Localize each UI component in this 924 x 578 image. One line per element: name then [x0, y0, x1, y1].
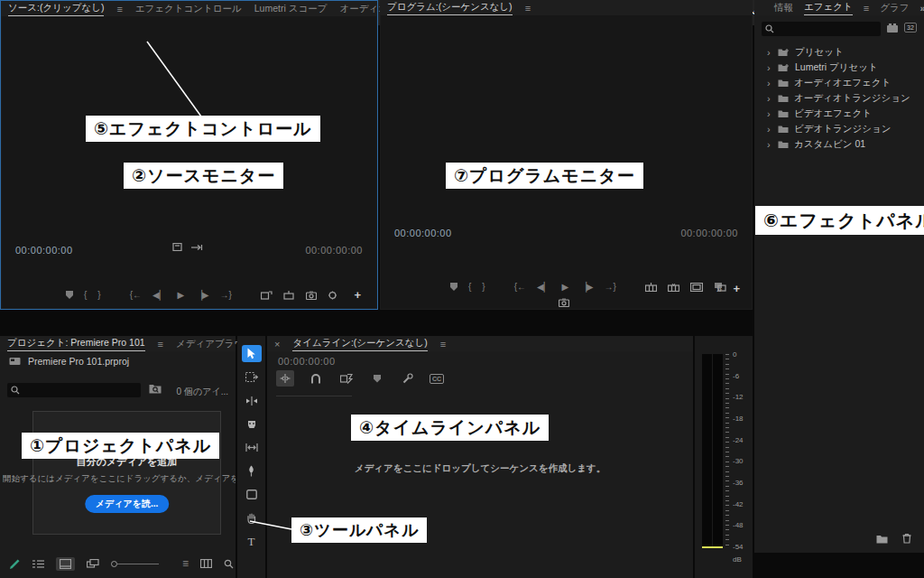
insert-icon[interactable] [261, 291, 273, 300]
slip-tool[interactable] [242, 439, 262, 456]
project-breadcrumb[interactable]: Premiere Pro 101.prproj [9, 356, 129, 367]
step-back-icon[interactable]: ◀▏ [152, 290, 166, 300]
ripple-edit-tool[interactable] [242, 392, 262, 409]
mark-out-icon[interactable]: } [482, 282, 485, 292]
play-icon[interactable]: ▶ [177, 290, 184, 300]
filmstrip-icon[interactable] [200, 559, 212, 568]
comparison-view-icon[interactable] [690, 283, 703, 292]
tab-graphics[interactable]: グラフ [880, 2, 909, 14]
goto-out-icon[interactable]: →} [220, 290, 232, 300]
transport-overflow-icon[interactable]: » [716, 284, 722, 294]
play-icon[interactable]: ▶ [561, 282, 568, 292]
overwrite-icon[interactable] [283, 291, 295, 300]
32bit-color-filter-icon[interactable]: 32 [904, 23, 917, 33]
tree-item-video-effects[interactable]: › ビデオエフェクト [754, 106, 924, 121]
add-marker-icon[interactable] [450, 283, 457, 291]
panel-menu-icon[interactable]: ≡ [525, 3, 531, 14]
panel-menu-icon[interactable]: ≡ [158, 339, 163, 350]
extract-icon[interactable] [668, 283, 679, 292]
tab-lumetri-scopes[interactable]: Lumetri スコープ [254, 3, 328, 15]
type-tool[interactable]: T [242, 533, 262, 550]
tree-item-audio-transitions[interactable]: › オーディオトランジション [754, 90, 924, 106]
add-marker-icon[interactable] [368, 370, 386, 387]
project-search-input[interactable] [7, 383, 141, 397]
mark-in-icon[interactable]: { [84, 290, 87, 300]
snap-icon[interactable] [276, 370, 294, 387]
chevron-right-icon[interactable]: › [767, 124, 772, 135]
step-forward-icon[interactable]: ▕▶ [579, 282, 593, 292]
magnet-icon[interactable] [307, 370, 325, 387]
tree-item-presets[interactable]: › プリセット [754, 44, 924, 60]
hand-tool[interactable] [242, 509, 262, 527]
source-settings-icon[interactable] [328, 291, 337, 300]
effects-search-input[interactable] [762, 22, 881, 36]
panel-menu-icon[interactable]: ≡ [440, 339, 446, 350]
new-custom-bin-icon[interactable] [876, 534, 888, 544]
captions-icon[interactable]: CC [430, 374, 444, 384]
timeline-drop-hint: メディアをここにドロップしてシーケンスを作成します。 [267, 462, 693, 475]
tree-item-label: ビデオエフェクト [794, 107, 872, 120]
goto-in-icon[interactable]: {← [514, 282, 526, 292]
mark-out-icon[interactable]: } [97, 290, 100, 300]
zoom-slider[interactable] [111, 561, 159, 567]
lift-icon[interactable] [645, 283, 657, 292]
tab-effects[interactable]: エフェクト [804, 1, 853, 15]
tree-item-label: オーディオエフェクト [794, 77, 891, 89]
tab-project[interactable]: プロジェクト: Premiere Pro 101 [7, 337, 145, 351]
playback-resolution-icon[interactable] [191, 244, 203, 251]
chevron-right-icon[interactable]: › [767, 139, 772, 150]
step-back-icon[interactable]: ◀▏ [537, 282, 550, 292]
tree-item-video-transitions[interactable]: › ビデオトランジション [754, 121, 924, 136]
export-frame-icon[interactable] [559, 298, 569, 307]
media-drop-zone[interactable]: 自分のメディアを追加 開始するにはメディアをここにドラッグするか、メディアを メ… [32, 411, 221, 535]
zoom-fit-icon[interactable] [172, 243, 182, 251]
step-forward-icon[interactable]: ▕▶ [195, 290, 208, 300]
close-tab-icon[interactable]: × [274, 339, 280, 350]
goto-in-icon[interactable]: {← [130, 290, 142, 300]
rectangle-tool[interactable] [242, 486, 262, 503]
edit-pencil-icon[interactable] [9, 558, 21, 570]
tree-item-audio-effects[interactable]: › オーディオエフェクト [754, 75, 924, 90]
selection-tool[interactable] [242, 345, 262, 362]
chevron-right-icon[interactable]: › [767, 62, 772, 73]
chevron-right-icon[interactable]: › [767, 78, 772, 89]
list-view-icon[interactable] [32, 559, 44, 569]
import-media-button[interactable]: メディアを読... [85, 495, 170, 513]
audio-meter-panel[interactable]: 0-6 -12-18 -24-30 -36-42 -48-54 dB [695, 336, 753, 578]
find-icon[interactable] [224, 559, 234, 569]
add-marker-icon[interactable] [66, 291, 73, 299]
icon-view-icon[interactable] [56, 557, 75, 571]
button-editor-plus[interactable]: + [354, 288, 361, 302]
goto-out-icon[interactable]: →} [605, 282, 616, 292]
timeline-settings-wrench-icon[interactable] [399, 370, 417, 387]
panel-menu-icon[interactable]: ≡ [864, 3, 869, 14]
chevron-right-icon[interactable]: › [767, 108, 772, 119]
tab-overflow-icon[interactable]: » [919, 3, 924, 14]
track-select-forward-tool[interactable] [242, 368, 262, 386]
tab-program[interactable]: プログラム:(シーケンスなし) [387, 1, 513, 15]
button-editor-plus[interactable]: + [733, 282, 740, 295]
export-frame-icon[interactable] [306, 291, 317, 300]
pen-tool[interactable] [242, 462, 262, 480]
chevron-right-icon[interactable]: › [767, 47, 772, 58]
meter-peak-line [702, 546, 723, 548]
linked-selection-icon[interactable] [337, 370, 356, 387]
freeform-view-icon[interactable] [87, 559, 99, 569]
razor-tool[interactable] [242, 415, 262, 433]
chevron-right-icon[interactable]: › [767, 93, 772, 104]
delete-icon[interactable] [902, 533, 911, 544]
timeline-timecode[interactable]: 00:00:00:00 [278, 356, 336, 367]
tab-info[interactable]: 情報 [774, 2, 793, 14]
search-icon [765, 24, 774, 33]
tree-item-custom-bin[interactable]: › カスタムビン 01 [754, 136, 924, 152]
sort-icon[interactable]: ≡ [182, 558, 189, 569]
search-bin-icon[interactable] [149, 383, 162, 394]
accelerated-effects-filter-icon[interactable] [886, 23, 899, 33]
mark-in-icon[interactable]: { [468, 282, 471, 292]
tab-timeline[interactable]: タイムライン:(シーケンスなし) [292, 337, 427, 351]
tab-effect-controls[interactable]: エフェクトコントロール [135, 3, 242, 15]
tree-item-label: プリセット [795, 46, 844, 59]
tree-item-lumetri-presets[interactable]: › Lumetri プリセット [754, 60, 924, 75]
panel-menu-icon[interactable]: ≡ [116, 4, 122, 14]
tab-source[interactable]: ソース:(クリップなし) [8, 2, 104, 16]
